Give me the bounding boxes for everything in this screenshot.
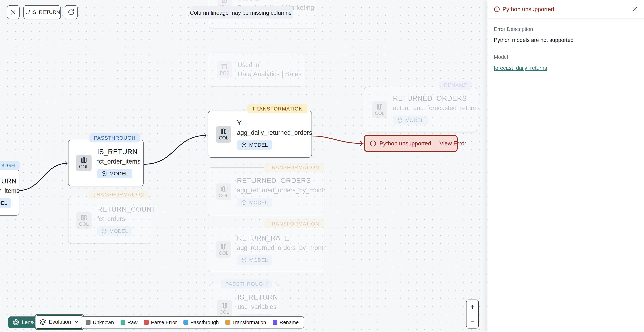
columns-icon xyxy=(80,214,87,221)
model-pill: MODEL xyxy=(237,140,272,150)
column-chip: COL xyxy=(216,241,231,258)
node-model-name: agg_returned_orders_by_month xyxy=(237,244,327,252)
error-node-python-unsupported[interactable]: Python unsupported View Error xyxy=(364,135,458,152)
badge-transformation: TRANSFORMATION xyxy=(264,219,324,228)
legend-item-rename: Rename xyxy=(273,320,299,325)
node-title: RETURN_RATE xyxy=(237,234,289,242)
layers-icon xyxy=(40,319,46,325)
lineage-warning-banner: Column lineage may be missing columns xyxy=(191,6,293,19)
legend-item-passthrough: Passthrough xyxy=(184,320,219,325)
cube-icon xyxy=(101,228,107,234)
refresh-button[interactable] xyxy=(65,5,78,19)
banner-text: Column lineage may be missing columns xyxy=(190,9,292,16)
close-icon xyxy=(10,9,16,15)
node-returned-orders-by-month[interactable]: TRANSFORMATION COL RETURNED_ORDERS agg_r… xyxy=(208,167,324,216)
model-pill: MODEL xyxy=(237,198,272,207)
badge-passthrough: PASSTHROUGH xyxy=(221,280,272,289)
column-chip: COL xyxy=(216,126,231,143)
panel-body: Error Description Python models are not … xyxy=(488,19,644,78)
node-model-name: actual_and_forecasted_returns xyxy=(393,104,480,112)
chevron-down-icon xyxy=(74,320,79,325)
node-model-name: agg_daily_returned_orders xyxy=(237,129,312,136)
cube-icon xyxy=(241,257,247,263)
model-pill: MODEL xyxy=(97,169,132,178)
cube-icon xyxy=(241,200,247,205)
columns-icon xyxy=(376,103,383,110)
zoom-in-button[interactable]: + xyxy=(466,300,478,314)
node-model-name: agg_returned_orders_by_month xyxy=(237,187,327,194)
badge-passthrough: PASSTHROUGH xyxy=(0,161,20,170)
node-title: IS_RETURN xyxy=(97,148,138,156)
close-lineage-button[interactable] xyxy=(7,5,20,19)
column-chip: COL xyxy=(217,300,232,317)
lineage-canvas[interactable]: PASSTHROUGH COL IS_RETURN fct_order_item… xyxy=(0,0,488,332)
cube-icon xyxy=(397,117,403,123)
node-title: RETURN_COUNT xyxy=(97,205,156,213)
legend-item-raw: Raw xyxy=(120,320,138,325)
error-description-text: Python models are not supported xyxy=(494,37,638,43)
model-link[interactable]: forecast_daily_returns xyxy=(494,65,547,71)
breadcrumb-button[interactable]: .. / IS_RETURN xyxy=(24,5,61,19)
legend-swatch xyxy=(144,320,149,325)
model-pill: MODEL xyxy=(393,116,428,125)
node-return-rate[interactable]: TRANSFORMATION COL RETURN_RATE agg_retur… xyxy=(208,227,324,272)
node-title: IS_RETURN xyxy=(238,293,278,301)
legend-swatch xyxy=(86,320,90,325)
lineage-app: PASSTHROUGH COL IS_RETURN fct_order_item… xyxy=(0,0,644,332)
panel-title: Python unsupported xyxy=(494,6,554,12)
node-returned-orders-forecasted[interactable]: RENAME COL RETURNED_ORDERS actual_and_fo… xyxy=(364,87,477,132)
legend-item-transformation: Transformation xyxy=(226,320,266,325)
node-model-name: fct_order_items xyxy=(0,187,20,194)
model-label: Model xyxy=(494,54,638,60)
node-project-name: Data Analytics | Sales xyxy=(238,70,302,78)
column-chip: COL xyxy=(372,101,387,118)
model-pill: MODEL xyxy=(97,226,132,236)
column-chip: COL xyxy=(216,183,231,200)
aperture-icon xyxy=(13,319,19,325)
legend-swatch xyxy=(184,320,188,325)
view-error-link[interactable]: View Error xyxy=(440,140,466,147)
badge-rename: RENAME xyxy=(440,81,472,90)
legend-item-unknown: Unknown xyxy=(86,320,114,325)
legend-swatch xyxy=(226,320,230,325)
node-title: Used In xyxy=(238,0,259,2)
archive-icon xyxy=(221,63,228,70)
node-title: Used In xyxy=(238,61,259,69)
error-node-label: Python unsupported xyxy=(380,140,431,147)
project-chip: PRJ xyxy=(217,61,232,78)
badge-passthrough: PASSTHROUGH xyxy=(90,133,140,142)
close-panel-button[interactable] xyxy=(632,6,638,12)
badge-transformation: TRANSFORMATION xyxy=(89,190,149,199)
node-model-name: use_variables xyxy=(238,303,276,311)
model-pill: MODEL xyxy=(237,255,272,265)
columns-icon xyxy=(220,243,227,250)
cube-icon xyxy=(101,171,107,176)
node-model-name: fct_order_items xyxy=(97,158,140,165)
refresh-icon xyxy=(68,9,74,15)
columns-icon xyxy=(80,157,87,164)
node-model-name: fct_orders xyxy=(97,215,125,223)
cube-icon xyxy=(241,142,247,148)
node-return-count-fct-orders[interactable]: TRANSFORMATION COL RETURN_COUNT fct_orde… xyxy=(68,198,151,244)
node-used-in-sales[interactable]: PRJ Used In Data Analytics | Sales xyxy=(208,52,304,87)
zoom-controls: + − xyxy=(466,300,479,329)
node-is-return-fct-order-items[interactable]: PASSTHROUGH COL IS_RETURN fct_order_item… xyxy=(68,140,144,186)
error-detail-panel: Python unsupported Error Description Pyt… xyxy=(488,0,644,332)
badge-transformation: TRANSFORMATION xyxy=(248,104,307,113)
lens-selector-dropdown[interactable]: Evolution xyxy=(35,316,84,329)
alert-circle-icon xyxy=(494,6,500,12)
panel-header: Python unsupported xyxy=(488,0,644,19)
legend-item-parse-error: Parse Error xyxy=(144,320,177,325)
zoom-out-button[interactable]: − xyxy=(466,314,478,328)
column-chip: COL xyxy=(76,155,92,171)
node-y-agg-daily-returned-orders[interactable]: TRANSFORMATION COL Y agg_daily_returned_… xyxy=(208,111,312,158)
alert-circle-icon xyxy=(370,140,376,147)
model-pill: MODEL xyxy=(0,198,11,208)
lens-selected-value: Evolution xyxy=(49,319,71,325)
node-is-return-fct-order-items-cut[interactable]: PASSTHROUGH COL IS_RETURN fct_order_item… xyxy=(0,169,19,216)
column-chip: COL xyxy=(76,212,92,229)
error-description-label: Error Description xyxy=(494,26,638,32)
columns-icon xyxy=(221,302,228,309)
archive-icon xyxy=(221,0,228,4)
node-title: IS_RETURN xyxy=(0,177,16,185)
